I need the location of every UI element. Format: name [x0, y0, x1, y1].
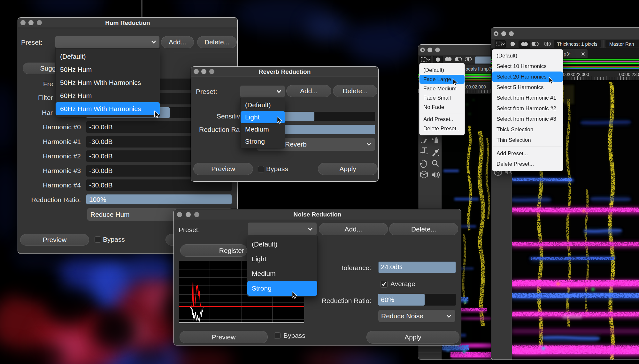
dialog-titlebar[interactable]: Hum Reduction [18, 18, 237, 28]
intersect-mode-icon[interactable] [464, 57, 473, 62]
bypass-checkbox[interactable] [258, 166, 264, 172]
master-range-panel[interactable]: Master Ran [605, 40, 639, 48]
delete-preset-button[interactable]: Delete... [333, 85, 377, 97]
intersect-mode-icon[interactable] [543, 42, 552, 46]
field-value: -30.0dB [89, 181, 113, 189]
menu-item[interactable]: (Default) [241, 99, 285, 111]
menu-item-thin-selection[interactable]: Thin Selection [492, 135, 563, 145]
preset-combobox[interactable] [248, 223, 317, 235]
menu-item-select-from-harmonic-1[interactable]: Select from Harmonic #1 [492, 93, 563, 103]
circle-brush-icon[interactable] [510, 42, 515, 46]
tab-label[interactable]: ocals II.mp3* [466, 66, 493, 72]
menu-item-delete-preset[interactable]: Delete Preset... [420, 124, 465, 133]
menu-item[interactable]: 60Hz Hum [56, 89, 160, 102]
tolerance-field[interactable]: 24.0dB [378, 262, 456, 273]
average-checkbox[interactable] [381, 281, 388, 288]
speaker-tool-icon[interactable] [431, 171, 440, 179]
delete-preset-button[interactable]: Delete... [197, 36, 237, 48]
minimize-button[interactable] [501, 31, 506, 36]
menu-item-delete-preset[interactable]: Delete Preset... [492, 159, 563, 169]
menu-item-highlighted[interactable]: Strong [247, 281, 317, 296]
menu-item-select-from-harmonic-2[interactable]: Select from Harmonic #2 [492, 103, 563, 114]
menu-item[interactable]: (Default) [56, 50, 160, 63]
minimize-button[interactable] [28, 20, 34, 25]
menu-item[interactable]: Light [247, 252, 317, 266]
zoom-button[interactable] [37, 20, 42, 25]
union-mode-icon[interactable] [444, 57, 452, 62]
dialog-titlebar[interactable]: Reverb Reduction [191, 67, 378, 77]
zoom-button[interactable] [209, 69, 214, 74]
preset-combobox[interactable] [240, 86, 285, 97]
minimize-button[interactable] [201, 69, 206, 74]
minimize-button[interactable] [427, 48, 432, 52]
bypass-checkbox[interactable] [274, 332, 281, 339]
marquee-tool-button[interactable] [495, 40, 506, 48]
harmonic-row-label: Harmonic #4 [18, 181, 81, 189]
menu-item-default[interactable]: (Default) [420, 65, 465, 75]
marquee-tool-button[interactable] [419, 56, 431, 63]
mode-dropdown[interactable]: Reduce Noise [378, 310, 455, 322]
add-preset-button[interactable]: Add... [286, 85, 331, 97]
zoom-tool-icon[interactable] [431, 159, 440, 168]
brush-select-tool-button[interactable] [433, 56, 443, 63]
preset-combobox[interactable] [55, 36, 159, 48]
harmonic-row-label: Harmonic #3 [18, 167, 81, 175]
thickness-label: Thickness: 1 pixels [557, 41, 597, 47]
zoom-button[interactable] [509, 31, 514, 36]
union-mode-button[interactable] [519, 41, 530, 48]
apply-button[interactable]: Apply [366, 331, 459, 344]
menu-item[interactable]: 50Hz Hum With Harmonics [56, 76, 160, 89]
menu-item[interactable]: Strong [241, 135, 285, 148]
menu-item-thick-selection[interactable]: Thick Selection [492, 124, 563, 135]
close-button[interactable] [177, 212, 182, 217]
delete-preset-button[interactable]: Delete... [389, 223, 458, 235]
register-button[interactable]: Register [180, 244, 247, 257]
menu-item-fade-small[interactable]: Fade Small [420, 93, 465, 102]
zoom-button[interactable] [194, 212, 199, 217]
menu-item[interactable]: (Default) [247, 237, 317, 252]
chevron-down-icon [366, 143, 371, 146]
menu-item-default[interactable]: (Default) [492, 50, 563, 61]
preview-button[interactable]: Preview [20, 234, 89, 246]
menu-item-highlighted[interactable]: 60Hz Hum With Harmonics [56, 102, 160, 115]
window-titlebar[interactable] [491, 28, 639, 40]
text-tool-icon[interactable] [420, 146, 428, 155]
reduction-ratio-slider[interactable]: 100% [86, 194, 232, 204]
preview-button[interactable]: Preview [193, 163, 253, 175]
add-preset-button[interactable]: Add... [319, 223, 388, 235]
zoom-button[interactable] [435, 48, 440, 52]
thickness-panel[interactable]: Thickness: 1 pixels [554, 40, 601, 48]
dialog-titlebar[interactable]: Noise Reduction [174, 209, 461, 220]
preview-button[interactable]: Preview [180, 331, 268, 343]
menu-item-select-from-harmonic-3[interactable]: Select from Harmonic #3 [492, 114, 563, 124]
hand-tool-icon[interactable] [420, 159, 428, 168]
menu-item-label: No Fade [423, 104, 444, 110]
tab-close-icon[interactable] [581, 52, 585, 56]
menu-item-no-fade[interactable]: No Fade [420, 102, 465, 112]
window-titlebar[interactable] [418, 45, 495, 55]
average-label: Average [390, 280, 415, 288]
menu-item-add-preset[interactable]: Add Preset... [492, 148, 563, 159]
menu-item[interactable]: Medium [241, 123, 285, 135]
background-blob [48, 289, 93, 324]
brush-tool-icon[interactable] [420, 137, 428, 144]
minimize-button[interactable] [186, 212, 191, 217]
menu-item-add-preset[interactable]: Add Preset... [420, 115, 465, 124]
subtract-mode-icon[interactable] [531, 42, 539, 46]
menu-item[interactable]: 50Hz Hum [56, 63, 160, 76]
menu-item-select-10-harmonics[interactable]: Select 10 Harmonics [492, 61, 563, 72]
apply-button[interactable]: Apply [318, 163, 378, 175]
menu-item-label: Add Preset... [423, 116, 455, 123]
close-button[interactable] [194, 69, 199, 74]
reduction-ratio-slider[interactable]: 60% [378, 294, 456, 306]
cube-tool-icon[interactable] [420, 170, 428, 179]
menu-item-label: Select 10 Harmonics [497, 63, 547, 70]
tab-label[interactable]: p3* [564, 51, 571, 57]
close-button[interactable] [20, 20, 26, 25]
subtract-mode-icon[interactable] [454, 57, 463, 62]
menu-item[interactable]: Medium [247, 266, 317, 281]
add-preset-button[interactable]: Add... [161, 36, 194, 48]
bypass-checkbox[interactable] [95, 236, 101, 243]
airbrush-tool-icon[interactable] [431, 136, 439, 144]
eyedropper-tool-icon[interactable] [431, 148, 440, 156]
